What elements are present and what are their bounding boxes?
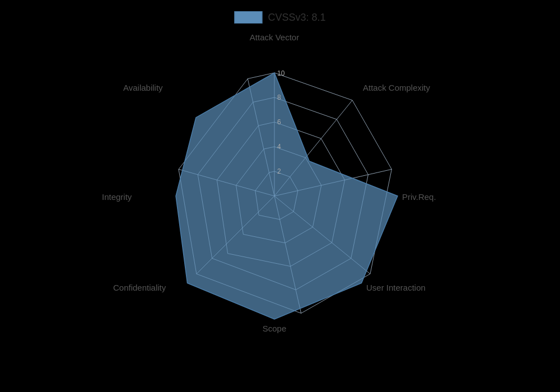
- grid-label-6: 6: [277, 118, 281, 126]
- radar-chart-svg: .grid-line { fill: none; stroke: #b0c4d8…: [0, 0, 560, 392]
- grid-label-4: 4: [277, 143, 281, 151]
- data-polygon: [176, 73, 398, 319]
- grid-label-8: 8: [277, 94, 281, 101]
- grid-label-10: 10: [277, 69, 285, 77]
- chart-container: CVSSv3: 8.1 .grid-line { fill: none; str…: [0, 0, 560, 392]
- grid-label-2: 2: [277, 167, 281, 175]
